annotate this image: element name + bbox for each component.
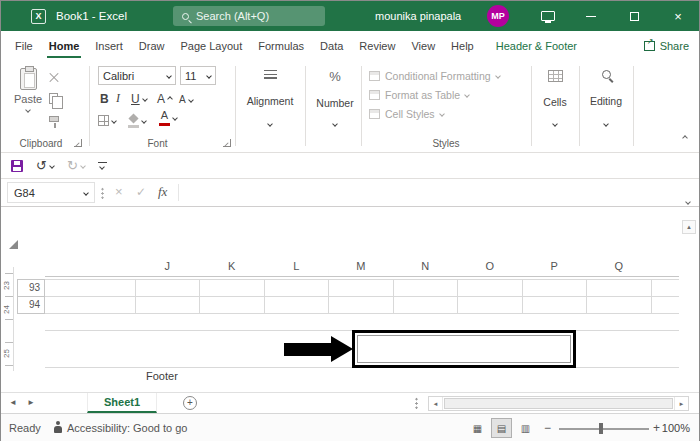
ruler-mark: 24 — [2, 305, 11, 314]
previous-sheet-button[interactable]: ◄ — [9, 399, 17, 407]
zoom-level[interactable]: 100% — [662, 422, 690, 434]
zoom-out-button[interactable]: − — [544, 421, 551, 435]
customize-qat-icon — [98, 162, 107, 163]
font-color-button[interactable]: A — [159, 109, 177, 126]
sheet-tab-sheet1[interactable]: Sheet1 — [87, 393, 157, 413]
search-box[interactable]: Search (Alt+Q) — [173, 6, 325, 26]
clipboard-dialog-launcher-icon[interactable] — [74, 139, 82, 147]
cut-button[interactable] — [49, 70, 75, 86]
editing-group-button[interactable]: Editing — [581, 70, 631, 126]
cut-icon — [49, 73, 59, 83]
scroll-right-button[interactable]: ► — [674, 397, 688, 410]
format-as-table-button[interactable]: Format as Table — [369, 89, 469, 101]
page-break-preview-button[interactable]: ▥ — [515, 418, 536, 438]
column-header[interactable]: M — [329, 257, 394, 276]
tab-data[interactable]: Data — [312, 31, 351, 60]
formula-input[interactable] — [182, 182, 673, 203]
tab-view[interactable]: View — [403, 31, 443, 60]
magnifier-icon — [602, 70, 611, 79]
chevron-up-icon — [167, 96, 173, 102]
horizontal-scrollbar-thumb[interactable] — [444, 398, 673, 409]
undo-button[interactable]: ↺ — [36, 158, 54, 173]
maximize-button[interactable] — [614, 1, 654, 31]
row-header[interactable]: 94 — [17, 296, 45, 314]
window-title: Book1 - Excel — [56, 1, 127, 31]
user-name[interactable]: mounika pinapala — [375, 1, 461, 31]
font-size-combobox[interactable]: 11 — [180, 66, 216, 85]
chevron-down-icon — [332, 121, 338, 127]
accessibility-status[interactable]: Accessibility: Good to go — [67, 422, 187, 434]
tab-formulas[interactable]: Formulas — [250, 31, 312, 60]
paste-button[interactable]: Paste — [11, 68, 45, 132]
column-header[interactable]: J — [135, 257, 200, 276]
normal-view-button[interactable]: ▦ — [467, 418, 488, 438]
page-layout-view-button[interactable]: ▤ — [491, 418, 512, 438]
minimize-button[interactable] — [571, 1, 611, 31]
tab-insert[interactable]: Insert — [87, 31, 131, 60]
column-header[interactable]: Q — [587, 257, 652, 276]
enter-button[interactable]: ✓ — [136, 185, 146, 199]
tab-help[interactable]: Help — [443, 31, 482, 60]
grid-line — [522, 279, 523, 314]
tab-file[interactable]: File — [7, 31, 41, 60]
underline-button[interactable]: U — [131, 90, 147, 107]
column-header[interactable]: O — [458, 257, 523, 276]
ribbon-display-options-button[interactable] — [529, 1, 567, 31]
column-header[interactable]: N — [393, 257, 458, 276]
scroll-up-button[interactable]: ▲ — [682, 220, 696, 234]
horizontal-scrollbar[interactable]: ◄ ► — [428, 396, 689, 411]
borders-icon — [98, 115, 109, 126]
tab-header-footer[interactable]: Header & Footer — [488, 31, 585, 60]
cells-group-button[interactable]: Cells — [533, 70, 577, 126]
user-avatar[interactable]: MP — [487, 5, 509, 27]
formula-bar-splitter[interactable] — [101, 187, 104, 200]
save-button[interactable] — [11, 160, 23, 172]
tab-scrollbar-splitter[interactable] — [415, 397, 418, 410]
tab-draw[interactable]: Draw — [131, 31, 173, 60]
cell-styles-button[interactable]: Cell Styles — [369, 108, 444, 120]
decrease-font-size-button[interactable]: A — [179, 91, 193, 108]
borders-button[interactable] — [98, 112, 116, 129]
column-header[interactable]: P — [522, 257, 587, 276]
conditional-formatting-button[interactable]: Conditional Formatting — [369, 70, 500, 82]
tab-home[interactable]: Home — [41, 31, 88, 60]
format-painter-button[interactable] — [49, 111, 75, 127]
insert-function-button[interactable]: fx — [158, 184, 167, 200]
select-all-corner[interactable] — [9, 240, 18, 249]
copy-button[interactable] — [49, 90, 75, 106]
tab-page-layout[interactable]: Page Layout — [172, 31, 250, 60]
sheet-tab-strip: ◄ ► Sheet1 + ◄ ► — [1, 392, 699, 413]
zoom-in-button[interactable]: + — [653, 421, 660, 435]
alignment-group-button[interactable]: Alignment — [239, 70, 301, 126]
cancel-button[interactable]: × — [115, 184, 123, 199]
zoom-slider-track[interactable] — [559, 428, 649, 430]
footer-center-textbox[interactable] — [352, 330, 576, 368]
scroll-left-button[interactable]: ◄ — [429, 397, 443, 410]
italic-button[interactable]: I — [116, 90, 120, 107]
row-header[interactable]: 93 — [17, 279, 45, 297]
fill-color-button[interactable] — [128, 112, 146, 129]
ruler-tick — [5, 342, 13, 343]
chevron-down-icon — [188, 97, 194, 103]
column-header[interactable]: K — [200, 257, 265, 276]
redo-button[interactable]: ↻ — [67, 158, 85, 173]
grid-line — [45, 313, 679, 314]
chevron-up-icon — [682, 135, 688, 141]
increase-font-size-button[interactable]: A — [157, 90, 172, 107]
add-sheet-button[interactable]: + — [183, 396, 197, 410]
expand-formula-bar-button[interactable] — [686, 190, 690, 208]
collapse-ribbon-button[interactable] — [683, 126, 687, 144]
bold-button[interactable]: B — [100, 90, 109, 107]
customize-quick-access-toolbar-button[interactable] — [98, 162, 107, 169]
tab-review[interactable]: Review — [351, 31, 403, 60]
next-sheet-button[interactable]: ► — [27, 399, 35, 407]
name-box[interactable]: G84 — [7, 182, 95, 203]
close-button[interactable]: × — [657, 1, 699, 31]
font-dialog-launcher-icon[interactable] — [223, 139, 231, 147]
share-button[interactable]: ↗ Share — [644, 31, 689, 60]
font-name-combobox[interactable]: Calibri — [98, 66, 176, 85]
zoom-slider-thumb[interactable] — [599, 423, 603, 434]
column-header[interactable]: L — [264, 257, 329, 276]
worksheet-area[interactable]: ▲ 23 24 25 J K L M N O P Q — [1, 207, 699, 392]
number-group-button[interactable]: % Number — [309, 70, 361, 126]
